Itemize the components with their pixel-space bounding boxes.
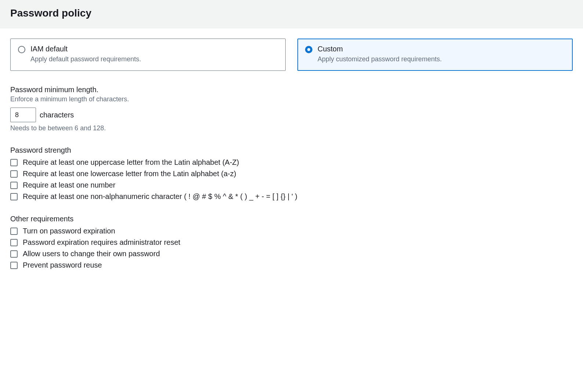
content-area: IAM default Apply default password requi… (0, 28, 583, 284)
other-requirements-list: Turn on password expiration Password exp… (10, 227, 573, 269)
policy-type-group: IAM default Apply default password requi… (10, 39, 573, 71)
checkbox-uppercase[interactable]: Require at least one uppercase letter fr… (10, 158, 573, 167)
radio-desc-iam-default: Apply default password requirements. (30, 55, 141, 63)
checkbox-label: Allow users to change their own password (23, 250, 160, 258)
password-strength-list: Require at least one uppercase letter fr… (10, 158, 573, 201)
checkbox-number[interactable]: Require at least one number (10, 181, 573, 189)
checkbox-icon (10, 159, 18, 166)
checkbox-icon (10, 262, 18, 269)
radio-icon (18, 46, 25, 53)
checkbox-label: Prevent password reuse (23, 261, 102, 269)
password-strength-title: Password strength (10, 146, 573, 155)
checkbox-icon (10, 182, 18, 189)
checkbox-admin-reset[interactable]: Password expiration requires administrat… (10, 238, 573, 247)
checkbox-user-change[interactable]: Allow users to change their own password (10, 250, 573, 258)
min-length-section: Password minimum length. Enforce a minim… (10, 86, 573, 132)
page-title: Password policy (10, 7, 573, 19)
other-requirements-title: Other requirements (10, 215, 573, 223)
checkbox-icon (10, 239, 18, 246)
min-length-title: Password minimum length. (10, 86, 573, 94)
checkbox-prevent-reuse[interactable]: Prevent password reuse (10, 261, 573, 269)
radio-desc-custom: Apply customized password requirements. (318, 55, 442, 63)
checkbox-icon (10, 228, 18, 235)
min-length-desc: Enforce a minimum length of characters. (10, 95, 573, 103)
checkbox-special-char[interactable]: Require at least one non-alphanumeric ch… (10, 192, 573, 201)
radio-card-iam-default[interactable]: IAM default Apply default password requi… (10, 39, 286, 71)
checkbox-label: Require at least one number (23, 181, 115, 189)
checkbox-expiration[interactable]: Turn on password expiration (10, 227, 573, 235)
checkbox-lowercase[interactable]: Require at least one lowercase letter fr… (10, 170, 573, 178)
checkbox-label: Require at least one non-alphanumeric ch… (23, 192, 297, 201)
checkbox-icon (10, 170, 18, 178)
radio-title-custom: Custom (318, 45, 442, 53)
other-requirements-section: Other requirements Turn on password expi… (10, 215, 573, 269)
radio-card-custom[interactable]: Custom Apply customized password require… (297, 39, 573, 71)
checkbox-icon (10, 250, 18, 258)
checkbox-label: Require at least one lowercase letter fr… (23, 170, 236, 178)
checkbox-icon (10, 193, 18, 200)
radio-title-iam-default: IAM default (30, 45, 141, 53)
min-length-unit: characters (40, 111, 74, 119)
page-header: Password policy (0, 0, 583, 28)
password-strength-section: Password strength Require at least one u… (10, 146, 573, 201)
checkbox-label: Require at least one uppercase letter fr… (23, 158, 239, 167)
checkbox-label: Turn on password expiration (23, 227, 115, 235)
checkbox-label: Password expiration requires administrat… (23, 238, 180, 247)
min-length-hint: Needs to be between 6 and 128. (10, 124, 573, 132)
min-length-input[interactable] (10, 108, 36, 122)
radio-icon (305, 46, 312, 53)
